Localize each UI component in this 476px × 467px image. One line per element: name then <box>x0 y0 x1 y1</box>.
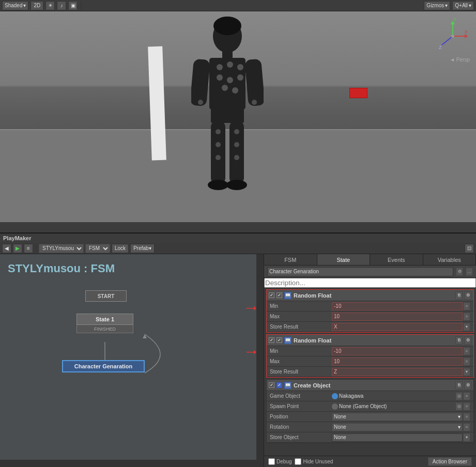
svg-rect-16 <box>211 107 244 123</box>
svg-point-4 <box>217 64 223 70</box>
action-copy-btn-1[interactable]: ⎘ <box>455 291 463 300</box>
checkbox-enabled-1[interactable]: ✓ <box>269 292 274 298</box>
rf2-max-row: Max = <box>267 356 473 367</box>
state-settings-btn[interactable]: ⚙ <box>456 268 463 276</box>
rf1-min-input[interactable] <box>332 302 463 310</box>
rf2-max-btn[interactable]: = <box>463 357 470 366</box>
state-extra-btn[interactable]: … <box>466 268 473 276</box>
book-icon-3: 📖 <box>284 382 291 389</box>
checkbox-enabled-3[interactable]: ✓ <box>269 382 274 388</box>
playmaker-tab[interactable]: PlayMaker <box>0 232 476 243</box>
state1-sub: FINISHED <box>76 325 133 333</box>
state1-node[interactable]: State 1 FINISHED <box>76 314 133 333</box>
rf1-store-btn[interactable]: ▾ <box>463 323 470 331</box>
svg-point-24 <box>234 142 239 147</box>
audio-icon[interactable]: ♪ <box>57 1 66 10</box>
debug-checkbox[interactable] <box>268 458 275 465</box>
co-store-row: Store Object ▾ <box>267 432 473 443</box>
state1-box[interactable]: State 1 <box>76 314 133 325</box>
rf1-max-btn[interactable]: = <box>463 313 470 321</box>
svg-marker-38 <box>143 334 147 338</box>
checkbox-break-2[interactable]: ✓ <box>277 337 282 343</box>
svg-point-15 <box>252 100 257 105</box>
actions-scroll[interactable]: ✓ ✓ 📖 Random Float ⎘ ⚙ Min = <box>264 288 476 456</box>
rotation-dropdown[interactable]: None ▾ <box>332 423 463 431</box>
description-input[interactable] <box>264 278 476 288</box>
state-name-input[interactable] <box>267 267 453 276</box>
checkbox-break-1[interactable]: ✓ <box>277 292 282 298</box>
co-spawn-circle-btn[interactable]: ◎ <box>455 402 463 411</box>
tab-events[interactable]: Events <box>370 254 423 265</box>
fsm-title: STYLYmusou : FSM <box>8 262 115 275</box>
rf2-store-input[interactable] <box>332 368 463 376</box>
fsm-select[interactable]: FSM <box>85 244 110 253</box>
gizmos-dropdown[interactable]: Gizmos ▾ <box>424 1 450 10</box>
spawn-icon <box>332 403 338 410</box>
action-copy-btn-3[interactable]: ⎘ <box>455 381 463 390</box>
rf1-max-input[interactable] <box>332 313 463 321</box>
display-icon[interactable]: ▣ <box>68 1 78 10</box>
action-header-2: ✓ ✓ 📖 Random Float ⎘ ⚙ <box>267 335 473 346</box>
svg-point-35 <box>451 35 454 38</box>
co-gameobj-arrow-btn[interactable]: = <box>463 392 470 400</box>
persp-label: ◄ Persp <box>450 57 470 63</box>
playmaker-content: STYLYmusou : FSM START State 1 <box>0 254 476 467</box>
prev-btn[interactable]: ◀ <box>2 244 11 253</box>
action-browser-button[interactable]: Action Browser <box>428 457 472 466</box>
camera-filter-dropdown[interactable]: Q+All ▾ <box>452 1 474 10</box>
maximize-btn[interactable]: ⊡ <box>465 244 474 253</box>
playmaker-panel: PlayMaker ◀ ▶ ≡ STYLYmusou FSM Lock Pref… <box>0 232 476 467</box>
separator <box>81 2 81 10</box>
co-spawn-arrow-btn[interactable]: = <box>463 402 470 411</box>
play-btn[interactable]: ▶ <box>13 244 22 253</box>
lock-btn[interactable]: Lock <box>112 244 129 253</box>
co-store-input[interactable] <box>332 433 463 442</box>
svg-point-25 <box>216 155 221 160</box>
co-rot-row: Rotation None ▾ = <box>267 422 473 432</box>
fsm-graph[interactable]: STYLYmusou : FSM START State 1 <box>0 254 264 467</box>
svg-point-1 <box>213 17 241 35</box>
prefab-btn[interactable]: Prefab ▾ <box>130 244 154 253</box>
char-gen-node[interactable]: Character Genaration <box>62 360 145 372</box>
state-name-bar: ⚙ … <box>264 266 476 278</box>
position-dropdown[interactable]: None ▾ <box>332 413 463 421</box>
fsm-hscroll[interactable] <box>0 460 264 467</box>
inspector-tabs: FSM State Events Variables <box>264 254 476 266</box>
hide-unused-checkbox[interactable] <box>295 458 301 465</box>
sun-icon[interactable]: ☀ <box>45 1 55 10</box>
checkbox-break-3[interactable]: ✓ <box>277 382 282 388</box>
checkbox-enabled-2[interactable]: ✓ <box>269 337 274 343</box>
action-gear-btn-1[interactable]: ⚙ <box>464 291 471 300</box>
co-pos-btn[interactable]: = <box>463 413 470 421</box>
action-random-float-2: ✓ ✓ 📖 Random Float ⎘ ⚙ Min = <box>266 334 474 378</box>
svg-point-14 <box>198 100 203 105</box>
rf2-max-input[interactable] <box>332 357 463 366</box>
char-gen-box[interactable]: Character Genaration <box>62 360 145 372</box>
action-gear-btn-2[interactable]: ⚙ <box>464 336 471 345</box>
svg-point-20 <box>226 180 247 190</box>
fsm-scrollbar[interactable] <box>256 254 264 467</box>
svg-point-7 <box>217 74 223 81</box>
shading-dropdown[interactable]: Shaded ▾ <box>2 1 28 10</box>
co-store-btn[interactable]: ▾ <box>463 433 470 442</box>
tab-state[interactable]: State <box>317 254 371 265</box>
2d-button[interactable]: 2D <box>30 1 43 10</box>
rf1-min-btn[interactable]: = <box>463 302 470 310</box>
svg-text:Y: Y <box>453 18 456 22</box>
start-box: START <box>85 290 127 302</box>
action-gear-btn-3[interactable]: ⚙ <box>464 381 471 390</box>
co-rot-btn[interactable]: = <box>463 423 470 431</box>
tab-fsm[interactable]: FSM <box>264 254 317 265</box>
list-icon[interactable]: ≡ <box>24 244 33 253</box>
action-copy-btn-2[interactable]: ⎘ <box>455 336 463 345</box>
rf2-min-btn[interactable]: = <box>463 347 470 355</box>
action-title-1: Random Float <box>294 292 331 299</box>
object-select[interactable]: STYLYmusou <box>39 244 84 253</box>
rf2-min-input[interactable] <box>332 347 463 355</box>
rf1-store-input[interactable] <box>332 323 463 331</box>
rf2-store-row: Store Result ▾ <box>267 367 473 377</box>
rf2-store-btn[interactable]: ▾ <box>463 368 470 376</box>
character-model <box>191 15 264 213</box>
tab-variables[interactable]: Variables <box>423 254 477 265</box>
co-gameobj-circle-btn[interactable]: ◎ <box>455 392 463 400</box>
